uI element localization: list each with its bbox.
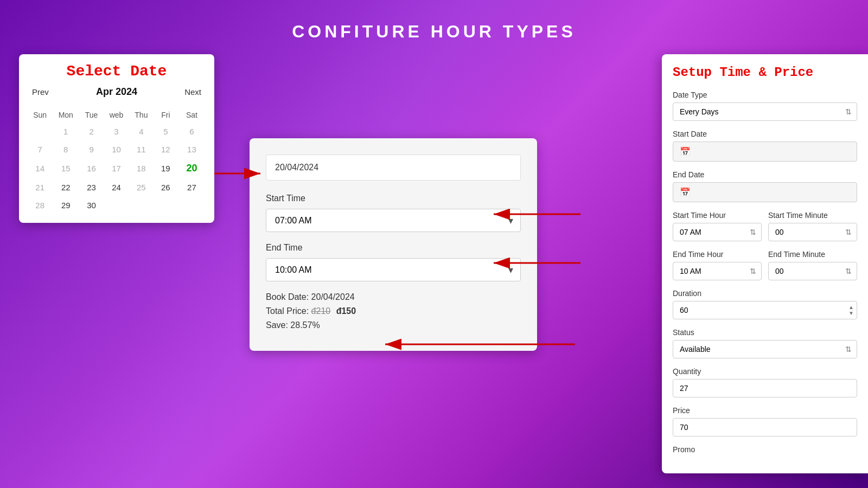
start-time-select[interactable]: 07:00 AM08:00 AM09:00 AM10:00 AM11:00 AM	[266, 209, 521, 232]
start-date-group: Start Date 📅	[673, 130, 857, 162]
start-time-minute-label: Start Time Minute	[768, 211, 857, 220]
start-time-minute-group: Start Time Minute 00153045	[768, 211, 857, 241]
calendar-day[interactable]: 24	[104, 178, 129, 196]
calendar-day[interactable]: 26	[154, 178, 178, 196]
calendar-day: 12	[154, 140, 178, 158]
calendar-day[interactable]: 23	[79, 178, 104, 196]
promo-label: Promo	[673, 445, 857, 454]
start-time-minute-select[interactable]: 00153045	[768, 223, 857, 241]
calendar-month-label: Apr 2024	[96, 86, 137, 98]
calendar-day[interactable]: 27	[178, 178, 206, 196]
calendar-day[interactable]: 22	[52, 178, 79, 196]
end-time-minute-select[interactable]: 00153045	[768, 262, 857, 280]
duration-input[interactable]	[673, 301, 857, 319]
start-time-hour-select[interactable]: 06 AM07 AM08 AM09 AM10 AM	[673, 223, 762, 241]
start-date-input[interactable]: 📅	[673, 142, 857, 162]
calendar-day: 25	[129, 178, 154, 196]
calendar-navigation: Prev Apr 2024 Next	[28, 85, 206, 99]
calendar-prev-button[interactable]: Prev	[28, 85, 53, 99]
calendar-day	[28, 123, 52, 140]
quantity-input[interactable]	[673, 379, 857, 397]
calendar-day: 11	[129, 140, 154, 158]
promo-group: Promo	[673, 445, 857, 454]
calendar-day[interactable]: 20	[178, 158, 206, 178]
calendar-day: 17	[104, 158, 129, 178]
calendar-day[interactable]: 19	[154, 158, 178, 178]
duration-down-arrow[interactable]: ▼	[848, 311, 854, 316]
calendar-day: 5	[154, 123, 178, 140]
calendar-day: 14	[28, 158, 52, 178]
start-time-label: Start Time	[266, 194, 521, 203]
calendar-day[interactable]: 29	[52, 196, 79, 214]
calendar-day: 7	[28, 140, 52, 158]
end-time-hour-wrapper: 08 AM09 AM10 AM11 AM12 PM	[673, 262, 762, 280]
start-time-row: Start Time Hour 06 AM07 AM08 AM09 AM10 A…	[673, 211, 857, 250]
duration-spinner-wrapper: ▲ ▼	[673, 301, 857, 319]
end-time-select-wrapper: 08:00 AM09:00 AM10:00 AM11:00 AM12:00 PM	[266, 258, 521, 281]
price-new: đ150	[336, 306, 356, 316]
end-time-minute-label: End Time Minute	[768, 250, 857, 259]
calendar-day	[178, 196, 206, 214]
calendar-day[interactable]: 30	[79, 196, 104, 214]
price-label: Price	[673, 406, 857, 415]
start-time-hour-group: Start Time Hour 06 AM07 AM08 AM09 AM10 A…	[673, 211, 762, 241]
end-date-group: End Date 📅	[673, 170, 857, 202]
duration-up-arrow[interactable]: ▲	[848, 305, 854, 310]
price-group: Price	[673, 406, 857, 436]
calendar-day: 13	[178, 140, 206, 158]
calendar-header: Select Date	[28, 63, 206, 80]
calendar-day-header: Fri	[154, 107, 178, 123]
date-type-group: Date Type Every DaysWeekdaysWeekendsCust…	[673, 91, 857, 121]
end-time-select[interactable]: 08:00 AM09:00 AM10:00 AM11:00 AM12:00 PM	[266, 258, 521, 281]
setup-panel-title: Setup Time & Price	[673, 65, 857, 80]
status-select-wrapper: AvailableUnavailable	[673, 340, 857, 358]
book-date-info: Book Date: 20/04/2024	[266, 292, 521, 302]
save-info: Save: 28.57%	[266, 320, 521, 330]
calendar-day-header: Mon	[52, 107, 79, 123]
status-select[interactable]: AvailableUnavailable	[673, 340, 857, 358]
calendar-day: 9	[79, 140, 104, 158]
end-time-minute-wrapper: 00153045	[768, 262, 857, 280]
start-time-group: Start Time 07:00 AM08:00 AM09:00 AM10:00…	[266, 194, 521, 232]
total-price-info: Total Price: đ210 đ150	[266, 306, 521, 316]
calendar-day: 15	[52, 158, 79, 178]
booking-panel: 20/04/2024 Start Time 07:00 AM08:00 AM09…	[250, 138, 537, 351]
booking-info: Book Date: 20/04/2024 Total Price: đ210 …	[266, 292, 521, 330]
calendar-day: 28	[28, 196, 52, 214]
price-input[interactable]	[673, 418, 857, 436]
end-time-row: End Time Hour 08 AM09 AM10 AM11 AM12 PM …	[673, 250, 857, 289]
page-title: CONFITURE HOUR TYPES	[0, 0, 868, 42]
quantity-label: Quantity	[673, 367, 857, 376]
end-date-calendar-icon: 📅	[680, 187, 691, 197]
start-time-hour-wrapper: 06 AM07 AM08 AM09 AM10 AM	[673, 223, 762, 241]
quantity-group: Quantity	[673, 367, 857, 397]
calendar-day: 10	[104, 140, 129, 158]
duration-label: Duration	[673, 289, 857, 298]
calendar-day: 8	[52, 140, 79, 158]
end-date-input[interactable]: 📅	[673, 182, 857, 202]
calendar-day: 4	[129, 123, 154, 140]
calendar-grid: SunMonTuewebThuFriSat 123456789101112131…	[28, 107, 206, 214]
calendar-day-header: web	[104, 107, 129, 123]
duration-group: Duration ▲ ▼	[673, 289, 857, 319]
status-group: Status AvailableUnavailable	[673, 328, 857, 358]
start-time-hour-label: Start Time Hour	[673, 211, 762, 220]
calendar-panel: Select Date Prev Apr 2024 Next SunMonTue…	[19, 54, 214, 223]
end-time-hour-group: End Time Hour 08 AM09 AM10 AM11 AM12 PM	[673, 250, 762, 280]
date-type-select[interactable]: Every DaysWeekdaysWeekendsCustom	[673, 102, 857, 121]
end-time-hour-select[interactable]: 08 AM09 AM10 AM11 AM12 PM	[673, 262, 762, 280]
calendar-day: 2	[79, 123, 104, 140]
calendar-day	[104, 196, 129, 214]
calendar-day: 16	[79, 158, 104, 178]
calendar-day-header: Sun	[28, 107, 52, 123]
calendar-day	[154, 196, 178, 214]
end-time-minute-group: End Time Minute 00153045	[768, 250, 857, 280]
calendar-day-header: Sat	[178, 107, 206, 123]
booking-date-display: 20/04/2024	[266, 155, 521, 181]
calendar-day: 21	[28, 178, 52, 196]
calendar-next-button[interactable]: Next	[180, 85, 206, 99]
start-time-minute-wrapper: 00153045	[768, 223, 857, 241]
status-label: Status	[673, 328, 857, 337]
duration-spinner-arrows: ▲ ▼	[848, 305, 854, 316]
setup-panel: Setup Time & Price Date Type Every DaysW…	[662, 54, 868, 473]
